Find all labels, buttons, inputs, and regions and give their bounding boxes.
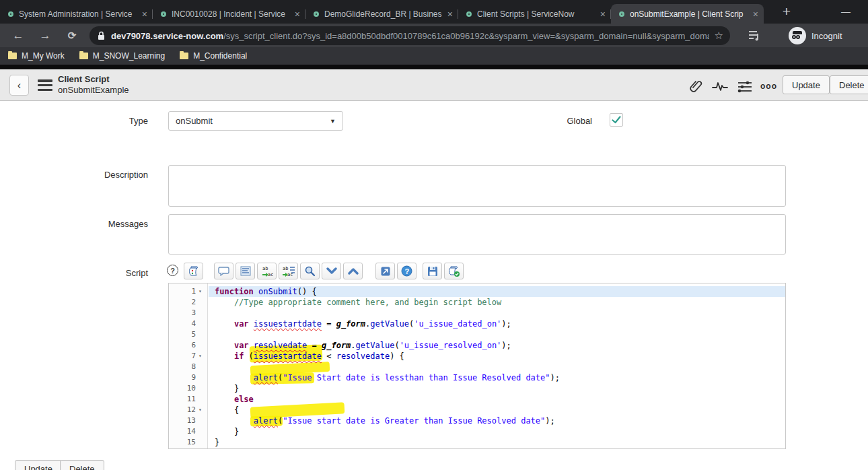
- folder-icon: [180, 53, 188, 59]
- reload-icon[interactable]: ⟳: [63, 27, 81, 44]
- messages-textarea[interactable]: [168, 214, 786, 255]
- bookmark-item[interactable]: M_SNOW_Learning: [79, 51, 165, 61]
- personalize-sliders-icon[interactable]: [737, 79, 752, 94]
- folder-icon: [79, 53, 88, 59]
- footer-update-button[interactable]: Update: [15, 460, 62, 470]
- code-line-1[interactable]: 1▾function onSubmit() {: [169, 286, 785, 297]
- bookmarks-bar: M_My WorkM_SNOW_LearningM_Confidential: [0, 47, 868, 65]
- incognito-profile-chip[interactable]: Incognit: [789, 26, 842, 45]
- servicenow-favicon: [466, 11, 472, 17]
- bookmark-star-icon[interactable]: ☆: [715, 30, 723, 42]
- bookmark-item[interactable]: M_My Work: [8, 51, 65, 61]
- footer-delete-button[interactable]: Delete: [60, 460, 104, 470]
- address-bar[interactable]: dev79078.service-now.com /sys_script_cli…: [89, 26, 730, 45]
- bookmark-label: M_My Work: [22, 51, 65, 61]
- global-checkbox[interactable]: [610, 113, 623, 127]
- code-line-15[interactable]: 15}: [169, 437, 785, 448]
- find-next-icon[interactable]: [322, 263, 341, 279]
- field-help-icon[interactable]: ?: [167, 265, 178, 276]
- screen: System Administration | Service×INC00100…: [0, 0, 868, 470]
- code-line-13[interactable]: 13 alert("Issue start date is Greater th…: [169, 415, 785, 426]
- incognito-label: Incognit: [811, 31, 842, 41]
- tab-close-icon[interactable]: ×: [142, 9, 147, 19]
- browser-tab[interactable]: INC0010028 | Incident | Service×: [153, 4, 305, 24]
- replace-icon[interactable]: ab ac: [257, 263, 277, 279]
- code-line-6[interactable]: 6 var resolvedate = g_form.getValue('u_i…: [169, 340, 785, 351]
- servicenow-favicon: [619, 11, 624, 17]
- svg-text:ac: ac: [268, 272, 273, 277]
- bookmark-label: M_Confidential: [193, 51, 247, 61]
- fold-arrow-icon: ▾: [198, 286, 207, 297]
- fold-arrow-icon: ▾: [198, 405, 207, 415]
- tabs-container: System Administration | Service×INC00100…: [0, 4, 764, 24]
- more-options-button[interactable]: ooo: [760, 81, 777, 91]
- open-fullscreen-icon[interactable]: [375, 263, 395, 279]
- tab-close-icon[interactable]: ×: [753, 9, 758, 19]
- attachment-paperclip-icon[interactable]: [689, 79, 704, 94]
- type-value: onSubmit: [176, 116, 213, 126]
- tab-close-icon[interactable]: ×: [600, 9, 606, 19]
- delete-button[interactable]: Delete: [830, 75, 868, 94]
- code-line-5[interactable]: 5: [169, 329, 785, 340]
- code-line-3[interactable]: 3: [169, 308, 785, 318]
- new-tab-button[interactable]: +: [777, 3, 796, 22]
- lock-icon: [98, 31, 105, 40]
- svg-text:ab: ab: [283, 266, 288, 271]
- tab-title: Client Scripts | ServiceNow: [477, 9, 596, 19]
- tab-title: DemoGlideRecord_BR | Busines: [324, 9, 443, 19]
- chevron-down-icon: ▼: [330, 118, 336, 125]
- media-playlist-icon[interactable]: [748, 30, 762, 44]
- code-line-14[interactable]: 14 }: [169, 426, 785, 437]
- replace-all-icon[interactable]: ab ac: [279, 263, 298, 279]
- code-line-9[interactable]: 9 alert("Issue Start date is lessthan th…: [169, 372, 785, 383]
- bookmark-item[interactable]: M_Confidential: [180, 51, 247, 61]
- bookmark-label: M_SNOW_Learning: [93, 51, 165, 61]
- toggle-comment-icon[interactable]: [214, 263, 233, 279]
- tab-title: System Administration | Service: [19, 9, 138, 19]
- servicenow-favicon: [161, 11, 166, 17]
- tab-close-icon[interactable]: ×: [447, 9, 453, 19]
- incognito-icon: [789, 27, 806, 44]
- servicenow-favicon: [314, 11, 319, 17]
- svg-text:ab: ab: [262, 266, 268, 271]
- code-line-7[interactable]: 7▾ if (issuestartdate < resolvedate) {: [169, 351, 785, 362]
- browser-tab[interactable]: Client Scripts | ServiceNow×: [458, 4, 611, 24]
- record-subtitle: onSubmitExample: [58, 85, 129, 96]
- description-textarea[interactable]: [168, 165, 786, 207]
- search-icon[interactable]: [300, 263, 320, 279]
- page-top-strip: [0, 65, 868, 69]
- url-domain: dev79078.service-now.com: [111, 31, 223, 41]
- type-select[interactable]: onSubmit ▼: [168, 111, 343, 131]
- forward-icon[interactable]: →: [36, 27, 54, 44]
- browser-tab[interactable]: onSubmitExample | Client Scrip×: [611, 4, 764, 24]
- browser-tab[interactable]: System Administration | Service×: [0, 4, 153, 24]
- record-back-button[interactable]: ‹: [9, 75, 29, 96]
- messages-label: Messages: [0, 219, 148, 229]
- editor-help-icon[interactable]: ?: [397, 263, 417, 279]
- script-label: Script: [0, 268, 148, 278]
- update-button[interactable]: Update: [783, 75, 830, 94]
- script-code-editor[interactable]: 1▾function onSubmit() {2 //Type appropri…: [168, 283, 786, 449]
- global-label: Global: [444, 116, 592, 126]
- folder-icon: [8, 53, 17, 59]
- code-line-2[interactable]: 2 //Type appropriate comment here, and b…: [169, 297, 785, 308]
- find-previous-icon[interactable]: [343, 263, 363, 279]
- window-minimize-button[interactable]: —: [836, 1, 856, 22]
- description-label: Description: [0, 170, 148, 180]
- record-title: Client Script: [58, 74, 129, 85]
- check-syntax-icon[interactable]: [444, 263, 464, 279]
- code-line-10[interactable]: 10 }: [169, 383, 785, 394]
- code-line-4[interactable]: 4 var issuestartdate = g_form.getValue('…: [169, 318, 785, 329]
- tab-close-icon[interactable]: ×: [295, 9, 300, 19]
- code-line-11[interactable]: 11 else: [169, 394, 785, 405]
- activity-pulse-icon[interactable]: [712, 79, 727, 94]
- checkmark-icon: [610, 114, 622, 126]
- tab-title: INC0010028 | Incident | Service: [172, 9, 291, 19]
- syntax-editor-toggle-icon[interactable]: [184, 263, 203, 279]
- url-path: /sys_script_client.do?sys_id=a8d00b50dbd…: [223, 31, 709, 41]
- context-menu-icon[interactable]: [38, 79, 52, 91]
- save-icon[interactable]: [423, 263, 442, 279]
- format-code-icon[interactable]: [236, 263, 255, 279]
- browser-tab[interactable]: DemoGlideRecord_BR | Busines×: [305, 4, 458, 24]
- back-icon[interactable]: ←: [9, 27, 27, 44]
